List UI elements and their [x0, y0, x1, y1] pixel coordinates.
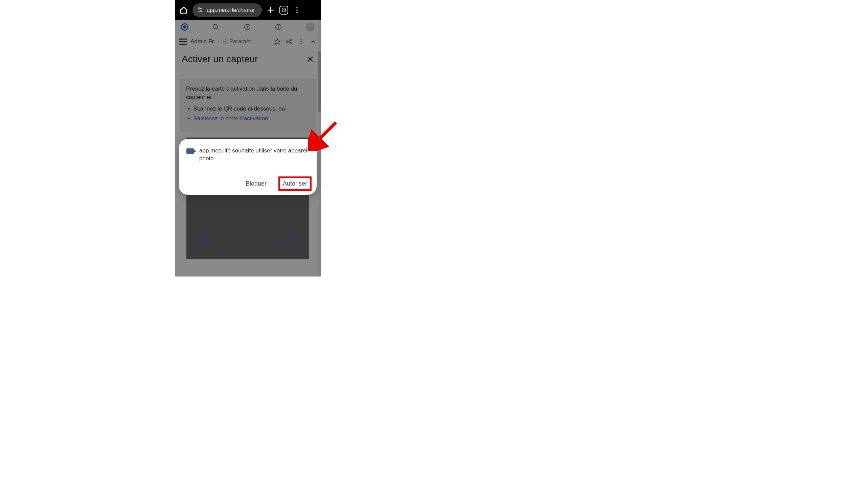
instruction-item: Scannez le QR code ci-dessous, ou [193, 105, 310, 113]
app-viewport: Admin Fr › Paramèt… Activer un capteur P… [175, 20, 321, 276]
new-tab-icon[interactable] [267, 6, 275, 14]
svg-point-1 [198, 8, 200, 9]
modal-header: Activer un capteur [175, 49, 321, 71]
browser-menu-icon[interactable] [293, 6, 301, 14]
svg-line-19 [288, 40, 290, 41]
camera-icon [186, 148, 194, 154]
permission-message: app.meo.life souhaite utiliser votre app… [199, 147, 309, 163]
phone-frame: app.meo.life/d/parar 23 Admin Fr › Param… [175, 0, 321, 276]
share-icon[interactable] [286, 38, 292, 45]
breadcrumb-current: Paramèt… [223, 38, 257, 45]
breadcrumb-bar: Admin Fr › Paramèt… [175, 34, 321, 49]
svg-point-3 [200, 11, 201, 12]
modal-title: Activer un capteur [182, 54, 258, 65]
app-topbar [175, 20, 321, 34]
page-menu-icon[interactable] [298, 38, 304, 45]
breadcrumb-root[interactable]: Admin Fr [190, 38, 214, 45]
scanner-corner [203, 236, 210, 243]
scrollbar-thumb[interactable] [318, 51, 321, 112]
plus-circle-icon[interactable] [244, 23, 251, 31]
tab-switcher[interactable]: 23 [279, 6, 288, 14]
search-icon[interactable] [212, 23, 220, 31]
svg-line-7 [217, 28, 219, 30]
menu-icon[interactable] [179, 38, 187, 45]
instruction-card: Prenez la carte d'activation dans la boi… [180, 79, 316, 131]
scanner-corner [286, 236, 292, 243]
instruction-intro: Prenez la carte d'activation dans la boi… [186, 85, 310, 101]
svg-point-13 [278, 25, 279, 26]
instruction-item: Saisissez le code d'activation [193, 115, 310, 123]
chevron-up-icon[interactable] [310, 38, 317, 45]
app-logo[interactable] [181, 23, 188, 31]
svg-point-14 [225, 41, 226, 42]
star-icon[interactable] [274, 38, 281, 45]
svg-point-6 [213, 24, 218, 28]
camera-permission-dialog: app.meo.life souhaite utiliser votre app… [179, 139, 317, 195]
close-icon[interactable] [307, 55, 314, 63]
home-icon[interactable] [180, 6, 188, 14]
info-icon[interactable] [275, 23, 282, 31]
url-text: app.meo.life/d/parar [207, 7, 255, 13]
site-settings-icon[interactable] [197, 7, 203, 13]
svg-marker-15 [275, 38, 280, 44]
address-bar[interactable]: app.meo.life/d/parar [192, 3, 262, 17]
svg-line-20 [288, 42, 290, 43]
block-button[interactable]: Bloquer [244, 179, 269, 188]
avatar[interactable] [306, 23, 314, 32]
activation-code-link[interactable]: Saisissez le code d'activation [193, 115, 268, 122]
breadcrumb-separator: › [217, 38, 219, 45]
allow-button[interactable]: Autoriser [281, 179, 309, 188]
browser-toolbar: app.meo.life/d/parar 23 [175, 0, 321, 20]
gear-icon [223, 39, 228, 44]
